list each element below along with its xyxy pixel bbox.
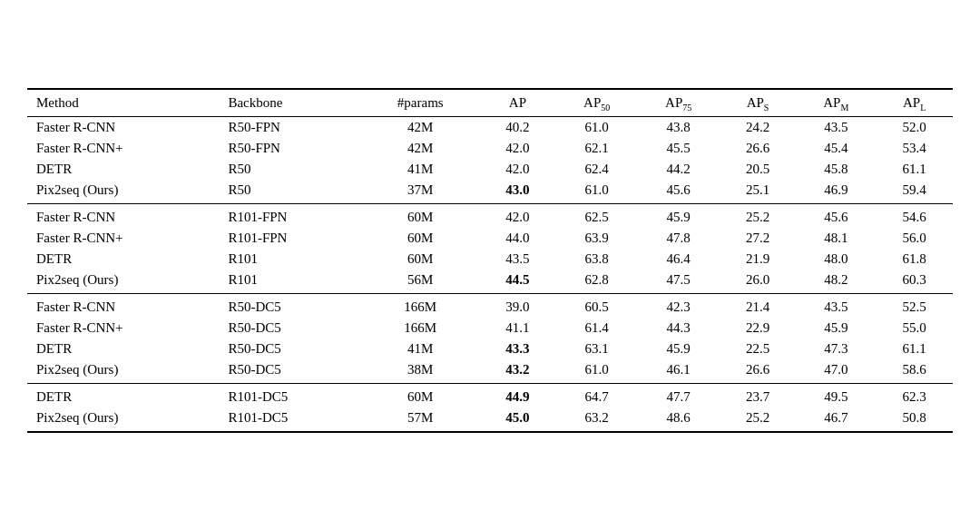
cell-ap75: 44.3 [638,318,720,338]
cell-aps: 23.7 [720,383,797,407]
cell-method: Pix2seq (Ours) [27,180,219,204]
table-row: DETRR5041M42.062.444.220.545.861.1 [27,159,953,180]
cell-backbone: R50-DC5 [219,359,361,384]
cell-ap: 45.0 [479,407,556,431]
cell-params: 166M [361,318,479,338]
cell-apm: 48.0 [796,249,876,270]
cell-method: Faster R-CNN [27,293,219,318]
cell-apm: 47.0 [796,359,876,384]
cell-params: 57M [361,407,479,431]
cell-apm: 43.5 [796,293,876,318]
cell-ap50: 63.9 [556,228,638,249]
cell-backbone: R101-FPN [219,228,361,249]
cell-apm: 45.8 [796,159,876,180]
cell-aps: 26.6 [720,138,797,159]
header-ap50: AP50 [556,90,638,117]
cell-apl: 56.0 [876,228,953,249]
cell-backbone: R50-FPN [219,138,361,159]
header-backbone: Backbone [219,90,361,117]
header-method: Method [27,90,219,117]
cell-apl: 53.4 [876,138,953,159]
cell-ap50: 61.0 [556,359,638,384]
table-header-row: Method Backbone #params AP AP50 AP75 APS… [27,90,953,117]
cell-backbone: R50-DC5 [219,338,361,359]
cell-backbone: R50 [219,180,361,204]
cell-ap50: 62.4 [556,159,638,180]
cell-params: 38M [361,359,479,384]
cell-params: 42M [361,138,479,159]
cell-backbone: R101-DC5 [219,383,361,407]
table-row: DETRR10160M43.563.846.421.948.061.8 [27,249,953,270]
cell-apm: 45.9 [796,318,876,338]
cell-ap: 44.9 [479,383,556,407]
cell-ap: 43.2 [479,359,556,384]
results-table: Method Backbone #params AP AP50 AP75 APS… [27,90,953,431]
table-row: Faster R-CNN+R50-FPN42M42.062.145.526.64… [27,138,953,159]
cell-params: 60M [361,383,479,407]
cell-ap75: 44.2 [638,159,720,180]
table-row: Pix2seq (Ours)R10156M44.562.847.526.048.… [27,270,953,294]
cell-apl: 55.0 [876,318,953,338]
cell-params: 41M [361,159,479,180]
comparison-table-container: Method Backbone #params AP AP50 AP75 APS… [27,88,953,433]
cell-apm: 43.5 [796,116,876,138]
table-row: DETRR101-DC560M44.964.747.723.749.562.3 [27,383,953,407]
cell-params: 60M [361,228,479,249]
cell-ap75: 47.5 [638,270,720,294]
table-row: Faster R-CNNR50-FPN42M40.261.043.824.243… [27,116,953,138]
cell-apl: 59.4 [876,180,953,204]
cell-method: DETR [27,249,219,270]
cell-apm: 48.2 [796,270,876,294]
cell-apl: 61.1 [876,159,953,180]
cell-aps: 26.0 [720,270,797,294]
cell-apm: 47.3 [796,338,876,359]
cell-ap75: 46.4 [638,249,720,270]
cell-method: Faster R-CNN [27,203,219,228]
cell-aps: 26.6 [720,359,797,384]
table-row: Pix2seq (Ours)R101-DC557M45.063.248.625.… [27,407,953,431]
cell-ap75: 43.8 [638,116,720,138]
cell-ap75: 47.8 [638,228,720,249]
cell-ap50: 61.0 [556,116,638,138]
cell-method: Faster R-CNN [27,116,219,138]
cell-apl: 54.6 [876,203,953,228]
cell-ap75: 46.1 [638,359,720,384]
cell-ap50: 62.5 [556,203,638,228]
cell-aps: 25.2 [720,203,797,228]
cell-ap75: 45.5 [638,138,720,159]
cell-params: 166M [361,293,479,318]
cell-ap50: 61.4 [556,318,638,338]
cell-method: Faster R-CNN+ [27,138,219,159]
cell-ap: 43.3 [479,338,556,359]
cell-params: 56M [361,270,479,294]
cell-ap50: 62.1 [556,138,638,159]
cell-backbone: R50-FPN [219,116,361,138]
cell-apl: 60.3 [876,270,953,294]
cell-apm: 48.1 [796,228,876,249]
cell-aps: 25.1 [720,180,797,204]
cell-ap75: 45.6 [638,180,720,204]
cell-params: 60M [361,249,479,270]
cell-params: 37M [361,180,479,204]
table-row: DETRR50-DC541M43.363.145.922.547.361.1 [27,338,953,359]
cell-method: Faster R-CNN+ [27,228,219,249]
cell-apl: 61.8 [876,249,953,270]
cell-ap75: 45.9 [638,338,720,359]
cell-apl: 62.3 [876,383,953,407]
header-aps: APS [720,90,797,117]
cell-aps: 22.5 [720,338,797,359]
cell-ap50: 60.5 [556,293,638,318]
cell-ap50: 63.2 [556,407,638,431]
cell-aps: 27.2 [720,228,797,249]
cell-backbone: R50 [219,159,361,180]
cell-method: Faster R-CNN+ [27,318,219,338]
cell-method: DETR [27,383,219,407]
cell-apl: 50.8 [876,407,953,431]
cell-aps: 25.2 [720,407,797,431]
cell-aps: 22.9 [720,318,797,338]
cell-backbone: R101 [219,270,361,294]
table-row: Pix2seq (Ours)R50-DC538M43.261.046.126.6… [27,359,953,384]
cell-apm: 45.4 [796,138,876,159]
header-ap: AP [479,90,556,117]
cell-ap: 42.0 [479,159,556,180]
